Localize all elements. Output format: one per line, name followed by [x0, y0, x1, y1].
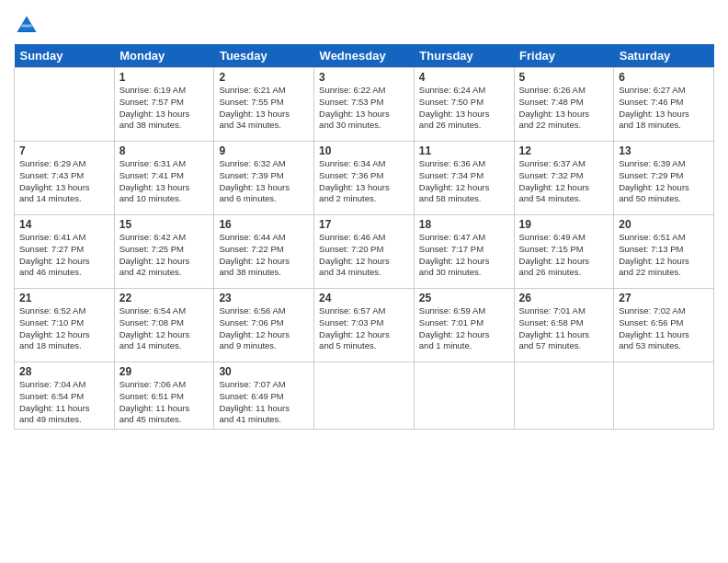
day-info: Sunrise: 6:52 AM Sunset: 7:10 PM Dayligh…: [19, 305, 109, 352]
day-info: Sunrise: 7:04 AM Sunset: 6:54 PM Dayligh…: [19, 379, 109, 426]
day-info: Sunrise: 6:32 AM Sunset: 7:39 PM Dayligh…: [219, 158, 309, 205]
calendar-cell: 26Sunrise: 7:01 AM Sunset: 6:58 PM Dayli…: [514, 289, 614, 362]
calendar-cell: 2Sunrise: 6:21 AM Sunset: 7:55 PM Daylig…: [214, 68, 314, 142]
day-info: Sunrise: 6:19 AM Sunset: 7:57 PM Dayligh…: [119, 85, 210, 132]
header-row: SundayMondayTuesdayWednesdayThursdayFrid…: [15, 44, 714, 68]
day-number: 29: [119, 365, 210, 378]
day-info: Sunrise: 6:44 AM Sunset: 7:22 PM Dayligh…: [219, 232, 309, 279]
logo-icon: [14, 13, 40, 39]
calendar-table: SundayMondayTuesdayWednesdayThursdayFrid…: [14, 44, 714, 430]
day-info: Sunrise: 6:59 AM Sunset: 7:01 PM Dayligh…: [419, 305, 509, 352]
calendar-cell: 1Sunrise: 6:19 AM Sunset: 7:57 PM Daylig…: [114, 68, 214, 142]
day-number: 16: [219, 218, 309, 231]
page-container: SundayMondayTuesdayWednesdayThursdayFrid…: [0, 0, 728, 439]
day-number: 21: [19, 292, 109, 304]
calendar-cell: 4Sunrise: 6:24 AM Sunset: 7:50 PM Daylig…: [414, 68, 514, 142]
calendar-cell: [15, 68, 115, 142]
calendar-cell: 16Sunrise: 6:44 AM Sunset: 7:22 PM Dayli…: [214, 215, 314, 289]
day-info: Sunrise: 7:06 AM Sunset: 6:51 PM Dayligh…: [119, 379, 210, 426]
day-info: Sunrise: 6:27 AM Sunset: 7:46 PM Dayligh…: [619, 85, 709, 132]
day-info: Sunrise: 6:21 AM Sunset: 7:55 PM Dayligh…: [219, 85, 309, 132]
calendar-cell: [414, 362, 514, 430]
calendar-cell: 20Sunrise: 6:51 AM Sunset: 7:13 PM Dayli…: [614, 215, 714, 289]
day-info: Sunrise: 6:37 AM Sunset: 7:32 PM Dayligh…: [519, 158, 609, 205]
day-number: 6: [619, 71, 709, 84]
day-number: 13: [619, 144, 709, 157]
calendar-week-1: 1Sunrise: 6:19 AM Sunset: 7:57 PM Daylig…: [15, 68, 714, 142]
day-number: 7: [19, 144, 109, 157]
day-number: 30: [219, 365, 309, 378]
header-day-friday: Friday: [514, 44, 614, 68]
day-info: Sunrise: 6:57 AM Sunset: 7:03 PM Dayligh…: [319, 305, 409, 352]
day-info: Sunrise: 7:02 AM Sunset: 6:56 PM Dayligh…: [619, 305, 709, 352]
day-number: 25: [419, 292, 509, 304]
header-day-wednesday: Wednesday: [314, 44, 415, 68]
calendar-cell: [614, 362, 714, 430]
calendar-cell: 19Sunrise: 6:49 AM Sunset: 7:15 PM Dayli…: [514, 215, 614, 289]
day-number: 17: [319, 218, 409, 231]
calendar-cell: 22Sunrise: 6:54 AM Sunset: 7:08 PM Dayli…: [114, 289, 214, 362]
day-number: 28: [19, 365, 109, 378]
day-info: Sunrise: 6:31 AM Sunset: 7:41 PM Dayligh…: [119, 158, 210, 205]
day-number: 4: [419, 71, 509, 84]
day-info: Sunrise: 6:51 AM Sunset: 7:13 PM Dayligh…: [619, 232, 709, 279]
logo: [14, 13, 43, 39]
calendar-week-4: 21Sunrise: 6:52 AM Sunset: 7:10 PM Dayli…: [15, 289, 714, 362]
calendar-cell: 3Sunrise: 6:22 AM Sunset: 7:53 PM Daylig…: [314, 68, 415, 142]
day-number: 20: [619, 218, 709, 231]
day-info: Sunrise: 6:22 AM Sunset: 7:53 PM Dayligh…: [319, 85, 409, 132]
calendar-cell: 14Sunrise: 6:41 AM Sunset: 7:27 PM Dayli…: [15, 215, 115, 289]
header-day-tuesday: Tuesday: [214, 44, 314, 68]
day-info: Sunrise: 6:39 AM Sunset: 7:29 PM Dayligh…: [619, 158, 709, 205]
day-info: Sunrise: 7:07 AM Sunset: 6:49 PM Dayligh…: [219, 379, 309, 426]
day-number: 22: [119, 292, 210, 304]
calendar-cell: [314, 362, 415, 430]
header-day-monday: Monday: [114, 44, 214, 68]
day-number: 26: [519, 292, 609, 304]
header: [14, 9, 714, 39]
day-number: 15: [119, 218, 210, 231]
day-number: 12: [519, 144, 609, 157]
day-info: Sunrise: 6:41 AM Sunset: 7:27 PM Dayligh…: [19, 232, 109, 279]
calendar-cell: 8Sunrise: 6:31 AM Sunset: 7:41 PM Daylig…: [114, 142, 214, 215]
calendar-cell: 17Sunrise: 6:46 AM Sunset: 7:20 PM Dayli…: [314, 215, 415, 289]
calendar-cell: 29Sunrise: 7:06 AM Sunset: 6:51 PM Dayli…: [114, 362, 214, 430]
day-info: Sunrise: 6:29 AM Sunset: 7:43 PM Dayligh…: [19, 158, 109, 205]
calendar-cell: 10Sunrise: 6:34 AM Sunset: 7:36 PM Dayli…: [314, 142, 415, 215]
day-info: Sunrise: 6:49 AM Sunset: 7:15 PM Dayligh…: [519, 232, 609, 279]
calendar-cell: 18Sunrise: 6:47 AM Sunset: 7:17 PM Dayli…: [414, 215, 514, 289]
day-info: Sunrise: 7:01 AM Sunset: 6:58 PM Dayligh…: [519, 305, 609, 352]
calendar-week-5: 28Sunrise: 7:04 AM Sunset: 6:54 PM Dayli…: [15, 362, 714, 430]
day-number: 5: [519, 71, 609, 84]
calendar-cell: 13Sunrise: 6:39 AM Sunset: 7:29 PM Dayli…: [614, 142, 714, 215]
day-number: 19: [519, 218, 609, 231]
calendar-cell: 21Sunrise: 6:52 AM Sunset: 7:10 PM Dayli…: [15, 289, 115, 362]
calendar-cell: 25Sunrise: 6:59 AM Sunset: 7:01 PM Dayli…: [414, 289, 514, 362]
calendar-week-3: 14Sunrise: 6:41 AM Sunset: 7:27 PM Dayli…: [15, 215, 714, 289]
calendar-cell: [514, 362, 614, 430]
day-number: 11: [419, 144, 509, 157]
header-day-sunday: Sunday: [15, 44, 115, 68]
calendar-cell: 30Sunrise: 7:07 AM Sunset: 6:49 PM Dayli…: [214, 362, 314, 430]
header-day-thursday: Thursday: [414, 44, 514, 68]
day-number: 24: [319, 292, 409, 304]
day-info: Sunrise: 6:36 AM Sunset: 7:34 PM Dayligh…: [419, 158, 509, 205]
calendar-cell: 24Sunrise: 6:57 AM Sunset: 7:03 PM Dayli…: [314, 289, 415, 362]
day-info: Sunrise: 6:24 AM Sunset: 7:50 PM Dayligh…: [419, 85, 509, 132]
calendar-cell: 12Sunrise: 6:37 AM Sunset: 7:32 PM Dayli…: [514, 142, 614, 215]
day-number: 3: [319, 71, 409, 84]
day-number: 2: [219, 71, 309, 84]
calendar-cell: 5Sunrise: 6:26 AM Sunset: 7:48 PM Daylig…: [514, 68, 614, 142]
calendar-week-2: 7Sunrise: 6:29 AM Sunset: 7:43 PM Daylig…: [15, 142, 714, 215]
day-info: Sunrise: 6:56 AM Sunset: 7:06 PM Dayligh…: [219, 305, 309, 352]
day-info: Sunrise: 6:47 AM Sunset: 7:17 PM Dayligh…: [419, 232, 509, 279]
calendar-cell: 28Sunrise: 7:04 AM Sunset: 6:54 PM Dayli…: [15, 362, 115, 430]
calendar-cell: 15Sunrise: 6:42 AM Sunset: 7:25 PM Dayli…: [114, 215, 214, 289]
calendar-cell: 6Sunrise: 6:27 AM Sunset: 7:46 PM Daylig…: [614, 68, 714, 142]
day-info: Sunrise: 6:46 AM Sunset: 7:20 PM Dayligh…: [319, 232, 409, 279]
day-number: 1: [119, 71, 210, 84]
day-number: 10: [319, 144, 409, 157]
day-info: Sunrise: 6:34 AM Sunset: 7:36 PM Dayligh…: [319, 158, 409, 205]
day-number: 9: [219, 144, 309, 157]
calendar-cell: 9Sunrise: 6:32 AM Sunset: 7:39 PM Daylig…: [214, 142, 314, 215]
